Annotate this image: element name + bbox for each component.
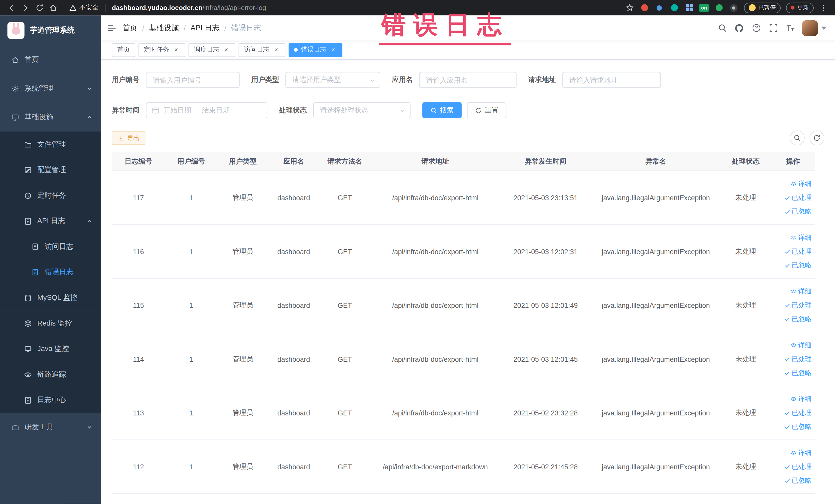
font-size-icon[interactable] xyxy=(782,15,799,41)
close-icon[interactable] xyxy=(172,46,180,54)
avatar xyxy=(802,20,818,36)
chrome-menu-icon[interactable] xyxy=(817,1,830,14)
refresh-table-button[interactable] xyxy=(809,130,824,145)
help-icon[interactable] xyxy=(748,15,765,41)
extension-icon-4[interactable] xyxy=(684,2,694,13)
column-header: 异常名 xyxy=(591,156,720,166)
cell-log-id: 113 xyxy=(112,409,165,417)
user-menu[interactable] xyxy=(802,20,826,36)
github-icon[interactable] xyxy=(731,15,748,41)
cell-actions: 详细 已处理 已忽略 xyxy=(771,338,815,380)
cell-actions: 详细 已处理 已忽略 xyxy=(771,446,815,487)
action-mark-processed[interactable]: 已处理 xyxy=(784,299,812,312)
action-detail[interactable]: 详细 xyxy=(790,338,812,352)
action-detail[interactable]: 详细 xyxy=(790,177,812,190)
tab-access-log[interactable]: 访问日志 xyxy=(239,43,285,57)
action-mark-ignored[interactable]: 已忽略 xyxy=(784,420,812,434)
action-mark-processed[interactable]: 已处理 xyxy=(784,245,812,258)
sidebar-item-config-management[interactable]: 配置管理 xyxy=(0,157,101,183)
sidebar-item-java-monitor[interactable]: Java 监控 xyxy=(0,336,101,362)
sidebar-item-access-log[interactable]: 访问日志 xyxy=(0,234,101,260)
close-icon[interactable] xyxy=(223,46,230,54)
user-id-input[interactable] xyxy=(146,72,240,88)
process-status-select[interactable]: 请选择处理状态 xyxy=(313,102,411,118)
extension-icon-2[interactable] xyxy=(654,2,665,13)
cell-log-id: 117 xyxy=(112,194,165,202)
cell-user-type: 管理员 xyxy=(217,193,268,202)
action-mark-processed[interactable]: 已处理 xyxy=(784,406,812,420)
action-mark-processed[interactable]: 已处理 xyxy=(784,460,812,473)
sidebar-item-scheduled-tasks[interactable]: 定时任务 xyxy=(0,183,101,208)
sidebar-item-mysql-monitor[interactable]: MySQL 监控 xyxy=(0,285,101,311)
action-mark-ignored[interactable]: 已忽略 xyxy=(784,205,812,218)
action-mark-ignored[interactable]: 已忽略 xyxy=(784,366,812,380)
action-detail[interactable]: 详细 xyxy=(790,231,812,244)
extension-icon-1[interactable] xyxy=(639,2,650,13)
action-mark-processed[interactable]: 已处理 xyxy=(784,191,812,204)
action-detail[interactable]: 详细 xyxy=(790,392,812,406)
app-logo: 芋道管理系统 xyxy=(0,15,101,45)
url-path: /infra/log/api-error-log xyxy=(203,4,266,12)
eye-icon xyxy=(790,235,797,241)
action-mark-ignored[interactable]: 已忽略 xyxy=(784,313,812,326)
bookmark-star-icon[interactable] xyxy=(624,2,634,13)
cell-app-name: dashboard xyxy=(268,301,319,309)
sidebar-collapse-icon[interactable] xyxy=(101,15,122,41)
action-mark-ignored[interactable]: 已忽略 xyxy=(784,474,812,487)
action-detail[interactable]: 详细 xyxy=(790,285,812,298)
date-range-picker[interactable]: 开始日期 - 结束日期 xyxy=(146,102,267,118)
sidebar-item-infrastructure[interactable]: 基础设施 xyxy=(0,103,101,132)
check-icon xyxy=(784,262,790,268)
sidebar-item-label: Redis 监控 xyxy=(37,319,72,328)
back-icon[interactable] xyxy=(5,1,18,14)
sidebar-item-file-management[interactable]: 文件管理 xyxy=(0,132,101,157)
close-icon[interactable] xyxy=(330,46,337,54)
search-button[interactable]: 搜索 xyxy=(422,102,462,118)
user-type-select[interactable]: 请选择用户类型 xyxy=(285,72,380,88)
reload-icon[interactable] xyxy=(33,1,46,14)
tab-home[interactable]: 首页 xyxy=(112,43,135,57)
reset-button[interactable]: 重置 xyxy=(467,102,506,118)
paused-extension-badge[interactable]: 已暂停 xyxy=(744,2,780,13)
extension-icon-6[interactable] xyxy=(729,2,739,13)
tab-error-log[interactable]: 错误日志 xyxy=(288,43,342,57)
tab-dispatch-log[interactable]: 调度日志 xyxy=(188,43,236,57)
cell-user-type: 管理员 xyxy=(217,247,268,256)
security-warning[interactable]: 不安全 xyxy=(69,3,99,12)
fullscreen-icon[interactable] xyxy=(765,15,781,41)
forward-icon[interactable] xyxy=(19,1,32,14)
browser-home-icon[interactable] xyxy=(47,1,60,14)
breadcrumb-item[interactable]: 首页 xyxy=(122,23,137,33)
layers-icon xyxy=(23,319,32,328)
sidebar-item-home[interactable]: 首页 xyxy=(0,45,101,74)
sidebar-item-link-tracing[interactable]: 链路追踪 xyxy=(0,362,101,387)
extension-icon-5[interactable] xyxy=(714,2,724,13)
tab-scheduled-tasks[interactable]: 定时任务 xyxy=(138,43,185,57)
sidebar-item-api-log[interactable]: API 日志 xyxy=(0,208,101,234)
header-search-icon[interactable] xyxy=(714,15,731,41)
breadcrumb-item[interactable]: API 日志 xyxy=(190,23,220,33)
sidebar-item-error-log[interactable]: 错误日志 xyxy=(0,259,101,285)
sidebar-item-log-center[interactable]: 日志中心 xyxy=(0,387,101,413)
action-mark-processed[interactable]: 已处理 xyxy=(784,352,812,366)
breadcrumb-item[interactable]: 基础设施 xyxy=(149,23,179,33)
sidebar-item-dev-tools[interactable]: 研发工具 xyxy=(0,413,101,442)
action-mark-ignored[interactable]: 已忽略 xyxy=(784,259,812,272)
app-name-input[interactable] xyxy=(419,72,517,88)
request-url-input[interactable] xyxy=(563,72,661,88)
toggle-search-button[interactable] xyxy=(790,130,805,145)
extension-icon-3[interactable] xyxy=(669,2,679,13)
sidebar-item-label: 错误日志 xyxy=(45,267,74,277)
export-button[interactable]: 导出 xyxy=(112,131,145,145)
sidebar-item-redis-monitor[interactable]: Redis 监控 xyxy=(0,311,101,336)
close-icon[interactable] xyxy=(272,46,280,54)
cell-exception: java.lang.IllegalArgumentException xyxy=(591,355,720,363)
action-detail[interactable]: 详细 xyxy=(790,446,812,459)
address-bar[interactable]: dashboard.yudao.iocoder.cn/infra/log/api… xyxy=(112,4,266,12)
sidebar-item-system[interactable]: 系统管理 xyxy=(0,74,101,103)
filter-process-status: 处理状态 请选择处理状态 xyxy=(279,102,410,118)
chrome-update-button[interactable]: 更新 xyxy=(786,2,814,13)
extension-on-badge[interactable]: on xyxy=(699,2,709,13)
database-icon xyxy=(23,294,32,302)
filter-row-1: 用户编号 用户类型 请选择用户类型 应用名 请求地址 xyxy=(112,72,824,88)
